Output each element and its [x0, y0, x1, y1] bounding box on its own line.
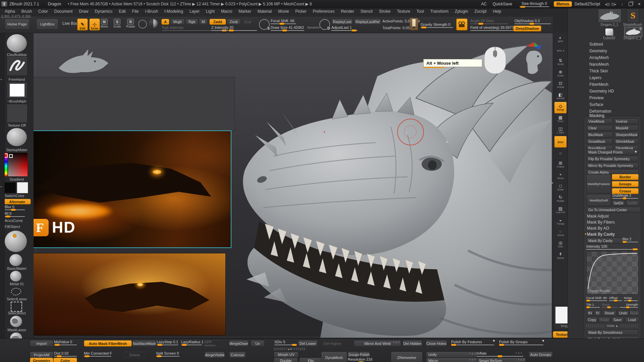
zremesher-button[interactable]: ZRemesher — [391, 352, 423, 362]
merge-visible-button[interactable]: MergeVisible — [205, 352, 225, 358]
menu-item[interactable]: Marker — [238, 9, 251, 14]
masking-section-header[interactable]: Masking — [585, 113, 644, 118]
palette-section-header[interactable]: Surface — [583, 101, 644, 108]
curve-load-button[interactable]: Load — [625, 317, 639, 323]
cavity-profile-curve[interactable]: Cavity Profile — [586, 251, 639, 295]
feature-mask-button[interactable]: Groups — [612, 181, 639, 187]
groups-button[interactable]: Groups — [348, 352, 359, 357]
palette-section-header[interactable]: Layers — [583, 74, 644, 81]
menu-item[interactable]: I-Modeling — [164, 9, 183, 14]
masking-button[interactable]: Mask By Smoothness — [586, 329, 639, 335]
replay-icon[interactable]: D — [319, 19, 330, 30]
masking-button[interactable]: ShrinkMask — [614, 138, 639, 144]
menu-item[interactable]: Texture — [397, 9, 410, 14]
palette-section-header[interactable]: Geometry — [583, 48, 644, 54]
menu-item[interactable]: Help — [493, 9, 501, 14]
lightbox-button[interactable]: LightBox — [36, 19, 58, 29]
dist-slider[interactable]: Dist 0.02 — [54, 351, 77, 357]
palette-section-header[interactable]: Geometry HD — [583, 88, 644, 95]
mask-by-ao-header[interactable]: Mask By AO — [584, 225, 609, 232]
ac-button[interactable]: AC — [481, 2, 487, 6]
cavity-intensity-slider[interactable]: Intensity 100 — [586, 244, 638, 250]
switch-color-button[interactable]: SwitchColor — [0, 194, 38, 198]
zcut-button[interactable]: Zcut — [241, 19, 254, 25]
close-holes-button[interactable]: Close Holes — [426, 340, 447, 347]
shelf-toggle-button[interactable]: ↻ Rotate — [554, 193, 567, 204]
shelf-toggle-button[interactable]: ◌ Ghost — [554, 227, 567, 239]
basic-material-thumbnail[interactable] — [9, 254, 22, 266]
del-lower-button[interactable]: Del Lower — [298, 340, 318, 347]
cavity-offset-slider[interactable]: Offset — [609, 296, 622, 301]
goto-unmasked-button[interactable]: Go To Unmasked Center — [586, 207, 641, 213]
shelf-toggle-button[interactable]: ⇅ Scroll — [554, 56, 567, 68]
fill-object-button[interactable]: FillObject — [0, 225, 38, 229]
midvalue-slider[interactable]: MidValue 0 — [54, 340, 77, 345]
inv-dir-button[interactable]: InvDir — [626, 200, 639, 206]
split-screen-slider[interactable]: Split Screen 0 — [156, 351, 179, 357]
sdiv-divider[interactable]: ▲▼ — [274, 348, 306, 350]
masking-button[interactable]: Inverse — [614, 118, 639, 124]
masking-button[interactable]: Flip By Posable Symmetry — [586, 156, 639, 162]
split-hidden-button[interactable]: Split Hidden — [204, 340, 223, 347]
menu-item[interactable]: Movie — [278, 9, 289, 14]
curve-copy-button[interactable]: Copy — [586, 317, 598, 323]
alternate-button[interactable]: Alternate — [3, 199, 31, 204]
color-toggle-button[interactable]: Color — [53, 358, 77, 362]
menu-item[interactable]: Zplugin — [455, 9, 468, 14]
shelf-toggle-button[interactable]: + Move — [554, 170, 567, 182]
auto-groups-button[interactable]: Auto Groups — [529, 352, 553, 358]
material-preview-sphere[interactable] — [5, 231, 27, 252]
mask-by-cavity-button[interactable]: Mask By Cavity — [586, 238, 624, 244]
smart-resym-button[interactable]: Smart ReSymx y z — [477, 358, 526, 362]
reference-image-smaug-hd[interactable]: F HD — [34, 130, 231, 248]
sdiv-slider[interactable]: SDiv 5 — [274, 340, 297, 345]
draft-angle-slider[interactable]: DraftAngle 2 — [612, 194, 638, 199]
field-of-view-slider[interactable]: Field of view(deg) 39.59775 — [470, 25, 514, 31]
del-hidden-button[interactable]: Del Hidden — [402, 340, 422, 347]
dynamic-toggle[interactable]: Dynamic — [307, 26, 320, 29]
shelf-toggle-button[interactable]: ◧ AAHalf — [554, 90, 567, 102]
cavity-tile-slider[interactable]: Tile 1 — [586, 303, 600, 308]
accucurve-button[interactable]: AccuCurve — [0, 219, 38, 223]
menu-item[interactable]: Material — [258, 9, 272, 14]
shelf-toggle-button[interactable]: ↟ Xpose — [554, 250, 567, 261]
draw-mode-button[interactable]: -¦-Draw — [89, 18, 100, 31]
stroke-icon[interactable]: S — [259, 19, 270, 30]
reference-image-smaug-2[interactable] — [34, 253, 226, 336]
menu-item[interactable]: Render — [341, 9, 354, 14]
window-minimize-icon[interactable]: ↓ — [621, 2, 623, 6]
shelf-toggle-button[interactable]: ▤ Line Fill — [554, 204, 567, 216]
menu-item[interactable]: Draw — [79, 9, 88, 14]
backface-mask-button[interactable]: BackfaceMask — [132, 340, 156, 347]
del-higher-button[interactable]: Del Higher — [323, 340, 342, 347]
geometry-toggle-button[interactable]: Geometry — [30, 358, 53, 362]
menu-item[interactable]: Dynamics — [95, 9, 112, 14]
shelf-toggle-button[interactable]: SPix 3 — [554, 45, 567, 56]
masking-button[interactable]: Mirror By Posable Symmetry — [586, 163, 639, 168]
flip-h-button[interactable]: fH — [586, 310, 594, 316]
lazystep-slider[interactable]: LazyStep 0.1 — [157, 340, 178, 345]
mask-by-feature-button[interactable]: MaskByFeature — [586, 174, 611, 193]
gravity-strength-slider[interactable]: Gravity Strength 0 — [421, 22, 453, 28]
masking-button[interactable]: Mask Changed Points — [586, 149, 639, 155]
tool-thumb-cube[interactable] — [601, 27, 618, 36]
shelf-toggle-button[interactable]: ◫ L.Sym — [554, 125, 567, 136]
tool-thumb-dragon[interactable] — [598, 9, 622, 23]
rgb-button[interactable]: Rgb — [185, 19, 198, 25]
window-restore-icon[interactable] — [629, 2, 633, 6]
angle-of-view-slider[interactable]: Angle Of View — [470, 19, 508, 24]
default-zscript-button[interactable]: DefaultZScript — [575, 2, 600, 6]
m-button[interactable]: M — [199, 19, 208, 25]
masking-button[interactable]: MaskAll — [614, 125, 639, 131]
shelf-toggle-button[interactable]: ◐ BPR — [554, 34, 567, 45]
palette-section-header[interactable]: FiberMesh — [583, 81, 644, 88]
curve-undo-button[interactable]: Undo — [618, 310, 629, 316]
curve-paste-button[interactable]: Paste — [598, 317, 610, 323]
menu-item[interactable]: Transform — [430, 9, 448, 14]
palette-section-header[interactable]: ArrayMesh — [583, 54, 644, 61]
shelf-toggle-button[interactable]: ○ — [554, 147, 567, 159]
sv-square[interactable] — [8, 153, 28, 176]
replay-last-button[interactable]: ReplayLast — [331, 19, 353, 25]
shelf-toggle-button[interactable]: □ Scale — [554, 182, 567, 193]
select-lasso-icon[interactable] — [9, 286, 23, 297]
